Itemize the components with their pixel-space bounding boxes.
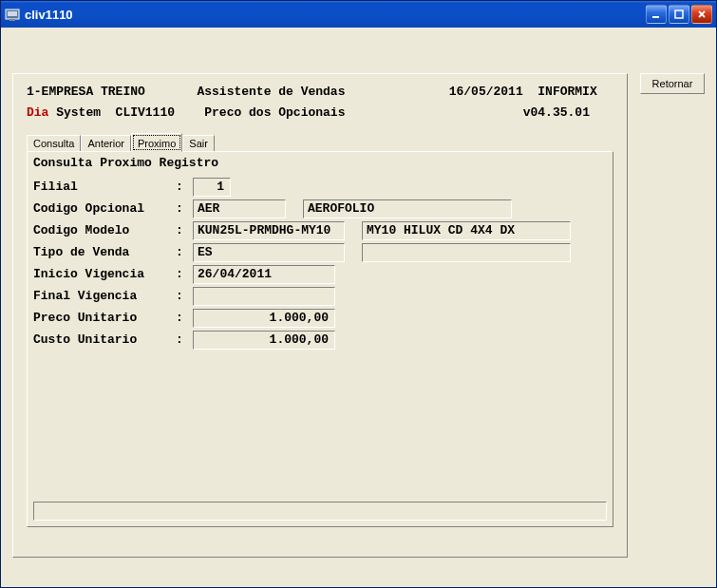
svg-rect-3 (652, 16, 659, 18)
app-window: cliv1110 Retornar 1-EMPRESA TREINO Assis… (0, 0, 717, 588)
colon: : (176, 180, 193, 194)
header-subtitle: Preco dos Opcionais (204, 105, 345, 120)
close-button[interactable] (691, 5, 712, 24)
header-version: v04.35.01 (523, 105, 590, 120)
field-codigo-opcional[interactable]: AER (193, 199, 286, 218)
row-filial: Filial : 1 (33, 176, 607, 198)
label-tipo-venda: Tipo de Venda (33, 245, 176, 259)
label-preco-unitario: Preco Unitario (33, 311, 176, 325)
colon: : (176, 311, 193, 325)
tab-proximo[interactable]: Proximo (131, 133, 182, 152)
label-codigo-modelo: Codigo Modelo (33, 223, 176, 237)
status-strip (33, 502, 607, 521)
window-title: cliv1110 (25, 8, 646, 22)
header-line-1: 1-EMPRESA TREINO Assistente de Vendas 16… (27, 84, 613, 101)
retornar-button[interactable]: Retornar (640, 73, 705, 94)
header-dia: Dia (27, 105, 48, 120)
screen-title: Assistente de Vendas (197, 85, 345, 99)
row-codigo-modelo: Codigo Modelo : KUN25L-PRMDHG-MY10 MY10 … (33, 219, 607, 241)
field-inicio-vigencia[interactable]: 26/04/2011 (193, 265, 335, 284)
colon: : (176, 289, 193, 303)
row-tipo-venda: Tipo de Venda : ES (33, 241, 607, 263)
titlebar: cliv1110 (1, 1, 716, 28)
colon: : (176, 332, 193, 347)
minimize-button[interactable] (646, 5, 667, 24)
label-final-vigencia: Final Vigencia (33, 289, 176, 303)
header-line-2: Dia System CLIV1110 Preco dos Opcionais … (27, 104, 613, 122)
svg-rect-1 (8, 11, 17, 16)
field-filial[interactable]: 1 (193, 178, 231, 197)
field-codigo-modelo[interactable]: KUN25L-PRMDHG-MY10 (193, 221, 345, 240)
field-desc-modelo[interactable]: MY10 HILUX CD 4X4 DX (362, 221, 571, 240)
label-inicio-vigencia: Inicio Vigencia (33, 267, 176, 281)
tab-row: Consulta Anterior Proximo Sair (27, 135, 613, 152)
header-system: System CLIV1110 (48, 105, 175, 120)
colon: : (176, 267, 193, 281)
app-icon (5, 7, 20, 22)
colon: : (176, 201, 193, 216)
row-codigo-opcional: Codigo Opcional : AER AEROFOLIO (33, 198, 607, 219)
db-name: INFORMIX (538, 85, 596, 99)
tab-anterior[interactable]: Anterior (81, 135, 131, 152)
row-custo-unitario: Custo Unitario : 1.000,00 (33, 329, 607, 351)
label-filial: Filial (33, 180, 176, 194)
svg-rect-2 (9, 19, 15, 21)
colon: : (176, 223, 193, 237)
window-buttons (646, 5, 712, 24)
row-inicio-vigencia: Inicio Vigencia : 26/04/2011 (33, 263, 607, 285)
field-desc-tipo-venda[interactable] (362, 243, 571, 262)
main-panel: 1-EMPRESA TREINO Assistente de Vendas 16… (12, 73, 628, 558)
row-preco-unitario: Preco Unitario : 1.000,00 (33, 307, 607, 329)
field-preco-unitario[interactable]: 1.000,00 (193, 309, 335, 328)
row-final-vigencia: Final Vigencia : (33, 285, 607, 307)
maximize-button[interactable] (669, 5, 689, 24)
label-custo-unitario: Custo Unitario (33, 332, 176, 347)
company-name: 1-EMPRESA TREINO (27, 85, 145, 99)
side-column: Retornar (640, 73, 705, 94)
field-custo-unitario[interactable]: 1.000,00 (193, 331, 335, 350)
svg-rect-4 (675, 10, 683, 18)
field-tipo-venda[interactable]: ES (193, 243, 345, 262)
header-date: 16/05/2011 (449, 85, 523, 99)
colon: : (176, 245, 193, 259)
client-area: Retornar 1-EMPRESA TREINO Assistente de … (1, 28, 716, 587)
page-subtitle: Consulta Proximo Registro (33, 156, 607, 170)
tab-content: Consulta Proximo Registro Filial : 1 Cod… (27, 151, 613, 527)
tab-consulta[interactable]: Consulta (27, 135, 81, 152)
label-codigo-opcional: Codigo Opcional (33, 201, 176, 216)
field-desc-opcional[interactable]: AEROFOLIO (303, 199, 512, 218)
field-final-vigencia[interactable] (193, 287, 335, 306)
tab-sair[interactable]: Sair (182, 135, 215, 152)
